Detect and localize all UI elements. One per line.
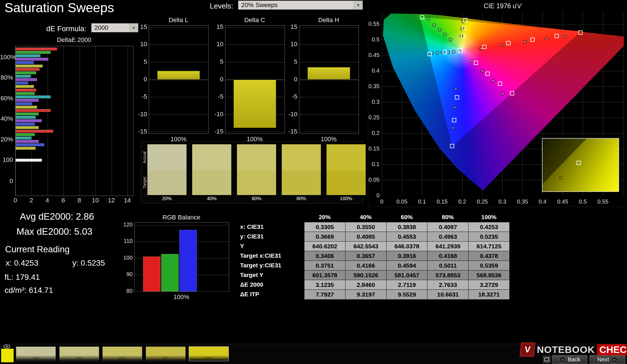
actual-swatch	[192, 144, 231, 170]
measured-point	[492, 79, 495, 82]
gridline	[96, 46, 96, 196]
table-cell: 0.5235	[468, 232, 509, 242]
cie-chart-title: CIE 1976 u'v'	[382, 2, 624, 10]
y-group-label: 0	[0, 177, 13, 185]
gridline	[299, 80, 359, 80]
logo-text-notebook: NOTEBOOK	[537, 344, 595, 355]
y-tick-label: 5	[135, 58, 147, 65]
delta_l-title: Delta L	[149, 16, 208, 24]
level-swatch-100%[interactable]: 100%	[189, 346, 229, 361]
de-bar	[16, 137, 31, 139]
table-cell: 0.3751	[304, 261, 345, 270]
gridline	[135, 225, 229, 225]
table-cell: 2.7633	[427, 280, 468, 290]
next-arrow-icon: »	[611, 357, 618, 363]
de-bar	[16, 85, 34, 88]
gridline	[225, 27, 285, 27]
target-point	[498, 82, 502, 86]
level-swatch-label: 60%	[103, 356, 142, 360]
de-bar	[16, 130, 53, 133]
notebookcheck-logo: V NOTEBOOK CHECK	[520, 342, 627, 357]
measured-point	[480, 47, 482, 50]
gridline	[80, 46, 80, 196]
measured-point	[427, 17, 430, 20]
x-tick-label: 4	[46, 197, 49, 204]
de-bar	[16, 89, 36, 92]
gridline	[299, 27, 359, 27]
de-bar	[16, 159, 42, 162]
current-y: y: 0.5235	[72, 259, 105, 268]
table-cell: 573.8853	[427, 270, 468, 280]
column-header: 20%	[304, 212, 345, 222]
target-point	[486, 72, 489, 75]
de-formula-dropdown[interactable]: 2000 ▼	[91, 23, 138, 32]
target-point	[452, 118, 456, 122]
level-swatch-40%[interactable]: 40%	[59, 346, 99, 361]
de-bar	[16, 75, 31, 78]
y-tick-label: -10	[135, 111, 147, 118]
gridline	[48, 46, 48, 196]
table-cell: 642.5543	[345, 241, 386, 251]
level-swatch-80%[interactable]: 80%	[146, 346, 186, 361]
row-label: y: CIE31	[236, 232, 304, 242]
y-tick-label: 0	[135, 76, 147, 83]
y-tick-label: 15	[285, 23, 297, 31]
measured-point	[452, 50, 455, 53]
target-point	[474, 61, 478, 65]
measured-point	[524, 41, 526, 43]
gridline	[149, 132, 208, 132]
table-cell: 0.4087	[427, 222, 468, 232]
current-fl: fL: 179.41	[5, 273, 40, 282]
y-tick-label: 0.4	[363, 67, 380, 74]
de-bar	[16, 96, 51, 98]
gridline	[225, 45, 285, 45]
gridline	[149, 80, 208, 80]
current-reading-label: Current Reading	[5, 244, 69, 255]
logo-text-check: CHECK	[597, 344, 627, 355]
x-tick-label: 6	[62, 197, 65, 204]
table-cell: 9.5529	[386, 289, 427, 299]
deltae-sweep-plot	[15, 46, 134, 196]
rgb-bar-blue	[179, 230, 197, 291]
measured-point	[444, 33, 446, 36]
y-tick-label: 10	[285, 41, 297, 48]
levels-dropdown[interactable]: 20% Sweeps ▼	[238, 1, 363, 10]
de-bar	[16, 126, 39, 129]
y-tick-label: 0.1	[363, 161, 380, 168]
table-cell: 3.2729	[468, 280, 509, 290]
actual-swatch	[327, 144, 366, 170]
row-label: x: CIE31	[236, 222, 304, 232]
back-button[interactable]: « Back	[552, 355, 587, 364]
row-label: Target Y	[236, 270, 304, 280]
table-row: Target y:CIE310.37510.41660.45940.50110.…	[236, 261, 509, 270]
delta_h-plot	[299, 25, 359, 134]
chevron-down-icon[interactable]: ▼	[354, 1, 363, 9]
y-tick-label: 0.05	[363, 177, 380, 183]
measured-point	[471, 60, 473, 62]
de-bar	[16, 106, 37, 109]
target-row-label: Target	[142, 170, 147, 195]
level-swatch-20%[interactable]: 20%	[16, 346, 56, 361]
levels-value: 20% Sweeps	[241, 1, 278, 9]
gridline	[149, 45, 208, 45]
de-bar	[16, 116, 36, 119]
table-cell: 0.3305	[304, 222, 345, 232]
de-bar	[16, 48, 57, 50]
table-cell: 0.3669	[304, 232, 345, 242]
next-button[interactable]: Next »	[590, 355, 625, 364]
x-tick-label: 14	[124, 197, 131, 204]
gridline	[299, 45, 359, 45]
y-group-label: 60%	[0, 95, 13, 102]
actual-swatch	[282, 144, 321, 170]
delta_c-title: Delta C	[225, 16, 284, 24]
y-tick-label: 0.2	[363, 130, 380, 136]
de-bar	[16, 119, 42, 122]
restore-window-button[interactable]	[543, 356, 550, 363]
delta-bar	[157, 71, 200, 80]
app-window: Saturation Sweeps Levels: 20% Sweeps ▼ d…	[0, 0, 627, 364]
x-tick-label: 0.4	[539, 198, 546, 205]
actual-target-swatch-panel: Actual Target 20%40%60%80%100%	[141, 141, 364, 204]
gridline	[135, 291, 229, 292]
level-swatch-60%[interactable]: 60%	[102, 346, 142, 361]
gridline	[299, 97, 359, 97]
